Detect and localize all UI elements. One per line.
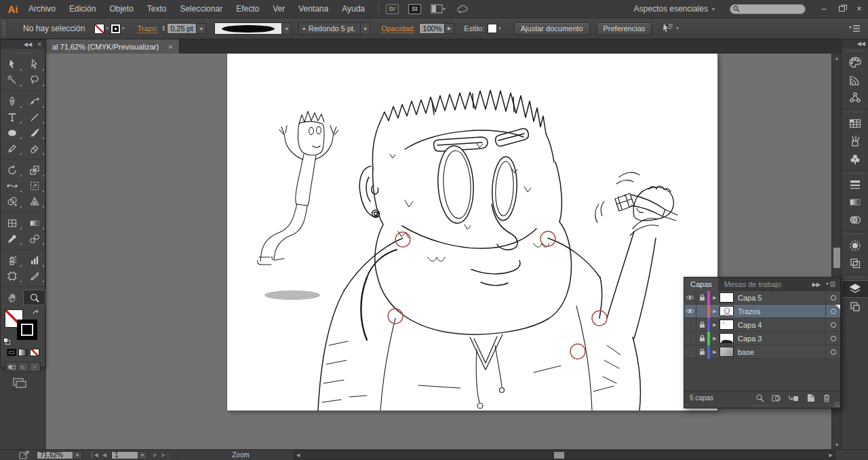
gradient-panel-icon[interactable]: [842, 193, 868, 211]
mesh-tool[interactable]: [1, 215, 23, 231]
width-profile-dropdown[interactable]: ▼: [361, 22, 370, 35]
color-panel-icon[interactable]: [842, 54, 868, 71]
lock-icon[interactable]: [696, 291, 707, 305]
document-tab[interactable]: al 71,62% (CMYK/Previsualizar) ×: [46, 39, 180, 54]
layer-row-trazos[interactable]: ▶ Trazos: [684, 305, 840, 318]
default-fill-stroke-icon[interactable]: [3, 338, 11, 345]
expand-arrow-icon[interactable]: ▶: [710, 336, 719, 341]
delete-layer-icon[interactable]: [823, 394, 831, 402]
scroll-down-icon[interactable]: ▼: [832, 440, 842, 449]
menu-ver[interactable]: Ver: [266, 0, 292, 18]
window-restore-button[interactable]: [833, 2, 850, 16]
stroke-weight-field[interactable]: 0,25 pt: [167, 23, 197, 34]
fit-document-button[interactable]: Ajustar documento: [514, 22, 590, 35]
target-circle[interactable]: [825, 332, 840, 345]
workspace-switcher[interactable]: Aspectos esenciales: [634, 4, 708, 14]
draw-behind-button[interactable]: [17, 362, 28, 371]
color-guide-panel-icon[interactable]: [842, 71, 868, 89]
dock-grip[interactable]: [842, 109, 868, 115]
window-minimize-button[interactable]: –: [815, 2, 833, 16]
symbols-panel-icon[interactable]: [842, 150, 868, 168]
search-input[interactable]: [740, 5, 798, 13]
target-circle[interactable]: [825, 318, 840, 332]
paintbrush-tool[interactable]: [23, 125, 45, 140]
export-arrow-icon[interactable]: [19, 451, 31, 459]
lock-icon[interactable]: [696, 318, 707, 332]
bridge-icon[interactable]: Br: [386, 4, 399, 14]
gradient-mode-button[interactable]: [18, 349, 28, 356]
draw-normal-button[interactable]: [6, 362, 17, 371]
layer-row-capa5[interactable]: ▶ Capa 5: [684, 291, 840, 305]
tools-close-icon[interactable]: ×: [37, 41, 41, 48]
status-indicator[interactable]: Zoom: [178, 450, 304, 460]
appearance-panel-icon[interactable]: [842, 237, 868, 254]
layer-row-base[interactable]: ▶ base: [684, 345, 840, 359]
variable-width-profile[interactable]: • Redondo 5 pt.: [298, 22, 361, 35]
style-caret-icon[interactable]: ▾: [498, 26, 501, 31]
layer-thumbnail[interactable]: [719, 320, 734, 330]
artboards-panel-icon[interactable]: [842, 298, 868, 315]
cs-live-icon[interactable]: [456, 3, 469, 14]
menu-texto[interactable]: Texto: [140, 0, 174, 18]
lasso-tool[interactable]: [23, 72, 45, 88]
layer-name[interactable]: Capa 3: [738, 334, 825, 343]
stroke-weight-label[interactable]: Trazo:: [137, 24, 158, 33]
artboard-tool[interactable]: [1, 268, 23, 284]
artboard-canvas[interactable]: [227, 54, 717, 410]
brush-definition-preview[interactable]: [214, 22, 282, 35]
dock-grip[interactable]: [842, 231, 868, 237]
tab-mesas-de-trabajo[interactable]: Mesas de trabajo: [718, 277, 787, 291]
layer-row-capa4[interactable]: ▶ Capa 4: [684, 318, 840, 332]
tab-capas[interactable]: Capas: [684, 277, 718, 291]
transparency-panel-icon[interactable]: [842, 211, 868, 229]
visibility-toggle[interactable]: [684, 291, 696, 305]
document-tab-close-icon[interactable]: ×: [168, 43, 172, 51]
ellipse-tool[interactable]: [1, 125, 23, 140]
horizontal-scrollbar[interactable]: ◀ ▶: [294, 451, 835, 460]
draw-inside-button[interactable]: [28, 362, 40, 371]
controlbar-grip[interactable]: [2, 21, 5, 36]
dock-grip[interactable]: [842, 170, 868, 176]
shape-builder-tool[interactable]: [1, 193, 23, 209]
window-close-button[interactable]: ×: [850, 2, 868, 16]
curvature-tool[interactable]: [23, 94, 45, 109]
hand-tool[interactable]: [1, 290, 23, 305]
new-layer-icon[interactable]: [806, 394, 815, 402]
opacity-label[interactable]: Opacidad:: [381, 24, 415, 33]
menu-seleccionar[interactable]: Seleccionar: [173, 0, 229, 18]
visibility-toggle-empty[interactable]: [684, 345, 696, 359]
gradient-tool[interactable]: [23, 215, 45, 231]
zoom-level-dropdown[interactable]: ▼: [73, 451, 82, 459]
dock-grip[interactable]: [842, 48, 868, 54]
type-tool[interactable]: [1, 109, 23, 125]
brush-dropdown[interactable]: ▼: [282, 22, 292, 35]
swap-fill-stroke-icon[interactable]: [32, 309, 40, 316]
layers-panel-icon[interactable]: [842, 280, 868, 298]
target-circle[interactable]: [825, 291, 840, 305]
stroke-panel-icon[interactable]: [842, 176, 868, 193]
target-circle[interactable]: [825, 345, 840, 359]
new-sublayer-icon[interactable]: [789, 394, 799, 402]
eyedropper-tool[interactable]: [1, 231, 23, 246]
artboard-number-field[interactable]: 1: [111, 451, 138, 459]
vertical-scroll-thumb[interactable]: [833, 248, 840, 268]
clipping-mask-icon[interactable]: [772, 394, 781, 402]
fill-color-swatch[interactable]: [94, 24, 104, 34]
pointer-options-caret[interactable]: ▾: [676, 26, 679, 31]
dock-collapse-icon[interactable]: ◀◀: [857, 41, 865, 47]
color-mode-button[interactable]: [7, 349, 16, 356]
slice-tool[interactable]: [23, 268, 45, 284]
swatches-panel-icon[interactable]: [842, 115, 868, 132]
screen-mode-button[interactable]: [13, 378, 26, 388]
search-box[interactable]: [730, 4, 806, 14]
preferences-button[interactable]: Preferencias: [597, 22, 652, 35]
pen-tool[interactable]: [1, 94, 23, 109]
layers-panel-grip[interactable]: [684, 404, 840, 408]
visibility-toggle-empty[interactable]: [684, 318, 696, 332]
layer-thumbnail[interactable]: [719, 347, 734, 357]
previous-artboard-button[interactable]: ◀: [100, 452, 108, 458]
tools-grip[interactable]: [1, 49, 45, 56]
scale-tool[interactable]: [23, 162, 45, 178]
style-swatch[interactable]: [488, 24, 497, 33]
fill-caret-icon[interactable]: ▾: [106, 26, 108, 31]
